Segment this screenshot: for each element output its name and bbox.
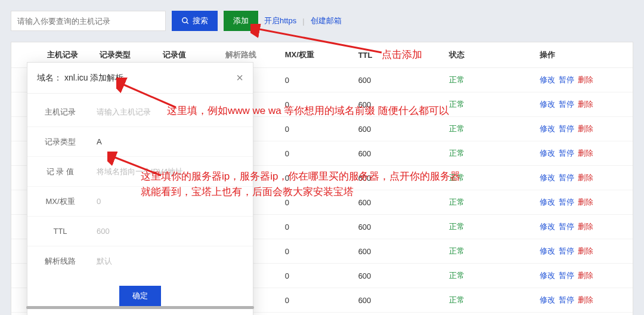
field-route-label: 解析线路 [27,256,93,267]
op-pause[interactable]: 暂停 [559,149,574,158]
cell-mx: 0 [280,117,354,141]
cell-ttl: 600 [354,264,444,288]
cell-status: 正常 [449,246,465,255]
cell-mx: 0 [280,166,354,190]
cell-status: 正常 [449,149,465,158]
field-value-input[interactable] [93,162,253,182]
cell-status: 正常 [449,197,465,206]
field-host-label: 主机记录 [27,107,93,118]
op-delete[interactable]: 删除 [578,124,593,133]
cell-ttl: 600 [354,239,444,264]
op-delete[interactable]: 删除 [578,222,593,231]
search-icon [181,17,190,25]
field-value-label: 记 录 值 [27,166,93,177]
field-type-value[interactable]: A [93,137,253,146]
cell-ttl: 600 [354,117,444,141]
search-input[interactable] [11,11,166,31]
op-pause[interactable]: 暂停 [559,271,574,280]
cell-ttl: 600 [354,166,444,190]
cell-mx: 0 [280,92,354,117]
create-mail-link[interactable]: 创建邮箱 [311,16,342,26]
cell-ttl: 600 [354,288,444,313]
cell-status: 正常 [449,222,465,231]
op-pause[interactable]: 暂停 [559,173,574,182]
cell-status: 正常 [449,295,465,304]
cell-ttl: 600 [354,190,444,215]
cell-mx: 0 [280,68,354,92]
op-pause[interactable]: 暂停 [559,124,574,133]
op-pause[interactable]: 暂停 [559,100,574,109]
cell-mx: 0 [280,239,354,264]
op-delete[interactable]: 删除 [578,246,593,255]
op-pause[interactable]: 暂停 [559,222,574,231]
op-edit[interactable]: 修改 [540,124,555,133]
th-ops: 操作 [535,42,633,68]
op-edit[interactable]: 修改 [540,149,555,158]
search-button[interactable]: 搜索 [172,11,218,31]
add-button[interactable]: 添加 [224,11,258,31]
cell-ttl: 600 [354,68,444,92]
cell-status: 正常 [449,75,465,84]
op-delete[interactable]: 删除 [578,295,593,304]
separator: | [302,17,304,26]
search-button-label: 搜索 [193,16,208,26]
close-icon: × [236,71,243,84]
op-delete[interactable]: 删除 [578,100,593,109]
svg-line-1 [187,22,188,24]
op-delete[interactable]: 删除 [578,197,593,206]
confirm-button[interactable]: 确定 [119,286,161,306]
cell-ttl: 600 [354,215,444,239]
cell-ttl: 600 [354,141,444,166]
cell-status: 正常 [449,173,465,182]
cell-mx: 0 [280,288,354,313]
field-host-input[interactable] [93,102,253,122]
cell-ttl: 600 [354,92,444,117]
cell-status: 正常 [449,100,465,109]
op-edit[interactable]: 修改 [540,173,555,182]
cell-status: 正常 [449,124,465,133]
add-button-label: 添加 [233,16,249,26]
op-pause[interactable]: 暂停 [559,295,574,304]
cell-mx: 0 [280,190,354,215]
toolbar: 搜索 添加 开启https | 创建邮箱 [11,11,633,31]
add-record-modal: 域名： xnl.icu 添加解析 × 主机记录 记录类型 A 记 录 值 MX/… [27,62,253,315]
op-edit[interactable]: 修改 [540,295,555,304]
op-pause[interactable]: 暂停 [559,246,574,255]
op-delete[interactable]: 删除 [578,75,593,84]
field-mx-label: MX/权重 [27,196,93,207]
field-ttl-label: TTL [27,227,93,236]
op-edit[interactable]: 修改 [540,222,555,231]
modal-resize-handle [26,306,254,309]
op-delete[interactable]: 删除 [578,173,593,182]
enable-https-link[interactable]: 开启https [264,16,296,26]
field-route-value[interactable]: 默认 [93,256,253,267]
th-ttl: TTL [354,42,444,68]
svg-point-0 [182,18,187,23]
op-edit[interactable]: 修改 [540,246,555,255]
field-mx-value[interactable]: 0 [93,197,253,206]
cell-mx: 0 [280,215,354,239]
cell-mx: 0 [280,141,354,166]
th-status: 状态 [444,42,535,68]
modal-title: 域名： xnl.icu 添加解析 [37,73,123,84]
cell-mx: 0 [280,264,354,288]
op-edit[interactable]: 修改 [540,197,555,206]
op-edit[interactable]: 修改 [540,271,555,280]
cell-status: 正常 [449,271,465,280]
field-type-label: 记录类型 [27,137,93,147]
modal-close-button[interactable]: × [236,71,243,85]
th-mx: MX/权重 [280,42,354,68]
op-pause[interactable]: 暂停 [559,197,574,206]
op-delete[interactable]: 删除 [578,149,593,158]
op-pause[interactable]: 暂停 [559,75,574,84]
op-edit[interactable]: 修改 [540,75,555,84]
op-edit[interactable]: 修改 [540,100,555,109]
op-delete[interactable]: 删除 [578,271,593,280]
field-ttl-value[interactable]: 600 [93,227,253,236]
